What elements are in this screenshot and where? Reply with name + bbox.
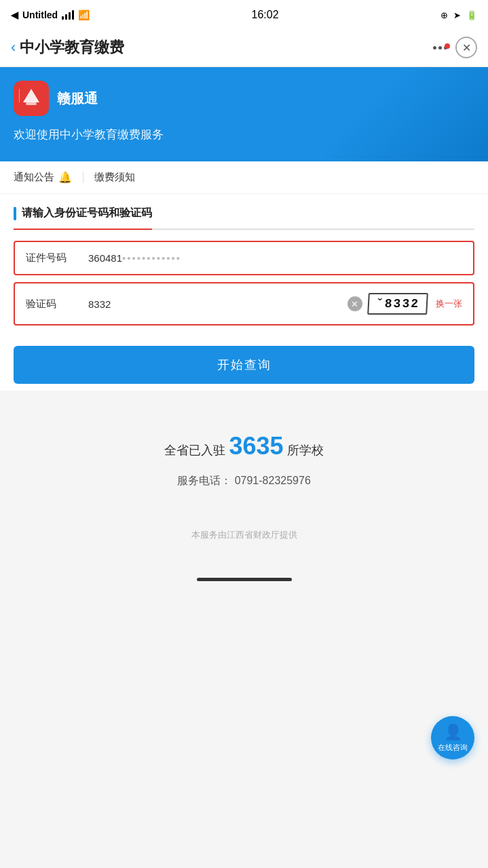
circle-icon: ⊕	[440, 10, 448, 20]
phone-number: 0791-82325976	[235, 475, 311, 486]
clear-captcha-button[interactable]: ✕	[348, 296, 362, 311]
consult-icon: 👤	[444, 724, 462, 741]
welcome-text: 欢迎使用中小学教育缴费服务	[14, 127, 474, 142]
status-time: 16:02	[252, 9, 279, 21]
section-title: 请输入身份证号码和验证码	[22, 206, 152, 220]
brand-logo	[14, 81, 49, 116]
captcha-image: ˇ8332	[367, 293, 428, 315]
brand-row: 赣服通	[14, 81, 474, 116]
battery-icon: 🔋	[466, 10, 477, 20]
footer-text: 本服务由江西省财政厅提供	[191, 530, 297, 540]
app-name: Untitled	[22, 9, 58, 20]
nav-bar: ‹ 中小学教育缴费 ✕	[0, 30, 488, 67]
refresh-captcha-button[interactable]: 换一张	[436, 298, 462, 310]
stats-number: 3635	[229, 432, 283, 460]
section-title-row: 请输入身份证号码和验证码	[0, 194, 488, 229]
svg-rect-1	[26, 102, 37, 105]
stats-phone: 服务电话： 0791-82325976	[14, 474, 474, 488]
more-button[interactable]	[433, 46, 447, 50]
brand-logo-icon	[19, 86, 43, 111]
captcha-image-text: ˇ8332	[375, 297, 419, 311]
blue-banner: 赣服通 欢迎使用中小学教育缴费服务	[0, 67, 488, 161]
footer: 本服务由江西省财政厅提供	[0, 509, 488, 568]
clear-icon: ✕	[351, 299, 358, 309]
stats-suffix: 所学校	[287, 443, 324, 457]
signal-icon	[62, 10, 74, 20]
stats-section: 全省已入驻 3635 所学校 服务电话： 0791-82325976	[0, 391, 488, 509]
content-area: 通知公告 🔔 缴费须知 请输入身份证号码和验证码 证件号码 360481••••…	[0, 161, 488, 391]
speaker-icon: 🔔	[58, 171, 72, 184]
section-divider	[14, 229, 474, 230]
section-bar-icon	[14, 207, 16, 220]
id-number-masked: ••••••••••••	[122, 252, 181, 264]
close-button[interactable]: ✕	[455, 37, 477, 58]
tab-notice-label: 通知公告	[14, 171, 54, 184]
svg-rect-2	[19, 89, 20, 102]
id-number-prefix: 360481	[88, 252, 122, 264]
id-field[interactable]: 证件号码 360481••••••••••••	[14, 241, 474, 275]
nav-title: 中小学教育缴费	[20, 37, 124, 58]
home-indicator	[197, 578, 292, 581]
status-bar: ◀ Untitled 📶 16:02 ⊕ ➤ 🔋	[0, 0, 488, 30]
consult-label: 在线咨询	[438, 743, 468, 752]
phone-prefix: 服务电话：	[177, 475, 231, 486]
captcha-value: 8332	[88, 298, 348, 310]
tab-divider	[83, 172, 83, 183]
captcha-label: 验证码	[26, 298, 80, 311]
tab-notice[interactable]: 通知公告 🔔	[14, 171, 72, 184]
back-arrow-icon: ◀	[11, 9, 18, 20]
location-icon: ➤	[453, 10, 461, 20]
brand-name: 赣服通	[57, 90, 98, 108]
wifi-icon: 📶	[78, 9, 90, 20]
tabs-row: 通知公告 🔔 缴费须知	[0, 161, 488, 194]
stats-prefix: 全省已入驻	[164, 443, 225, 457]
nav-back-button[interactable]: ‹	[11, 39, 16, 56]
tab-payment-label: 缴费须知	[94, 171, 135, 184]
captcha-row: ✕ ˇ8332 换一张	[348, 293, 462, 315]
id-value: 360481••••••••••••	[88, 252, 462, 264]
svg-marker-0	[23, 89, 39, 102]
query-button[interactable]: 开始查询	[14, 346, 474, 384]
online-consult-button[interactable]: 👤 在线咨询	[431, 716, 474, 760]
id-label: 证件号码	[26, 252, 80, 264]
captcha-field[interactable]: 验证码 8332 ✕ ˇ8332 换一张	[14, 282, 474, 326]
close-icon: ✕	[462, 41, 471, 54]
stats-text: 全省已入驻 3635 所学校	[14, 425, 474, 469]
bottom-bar	[0, 568, 488, 591]
notification-dot	[445, 43, 450, 49]
tab-payment-notice[interactable]: 缴费须知	[94, 171, 135, 184]
